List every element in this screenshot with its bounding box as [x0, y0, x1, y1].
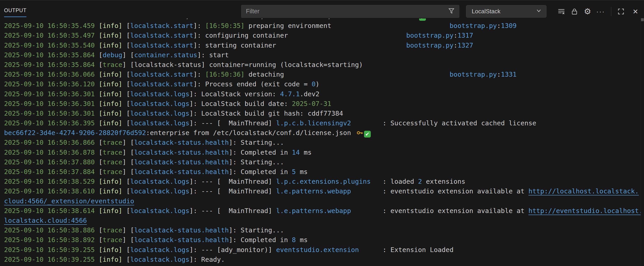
- log-text: ..... .. .. ........ ...: [4, 18, 99, 20]
- log-text: : eventstudio extension available at: [351, 207, 528, 215]
- log-text: trace: [103, 148, 122, 156]
- scrollbar-track-border: [640, 18, 641, 266]
- log-text: 2: [418, 178, 422, 185]
- log-text: [info]: [99, 110, 122, 117]
- log-text: [95, 71, 99, 78]
- log-text: [95, 246, 99, 254]
- log-link[interactable]: localstack.cloud:4566: [4, 217, 87, 224]
- log-text: [95, 256, 99, 263]
- log-line: 2025-09-10 16:50:38.886 [trace] [localst…: [4, 225, 640, 235]
- log-text: [info]: [99, 100, 122, 108]
- log-text: 2025-09-10 16:50:35.540: [4, 41, 95, 49]
- log-text: [95, 110, 99, 117]
- log-text: 5: [292, 168, 296, 176]
- log-text: [95, 22, 99, 29]
- log-text: [: [122, 178, 130, 185]
- log-text: 1327: [458, 41, 473, 49]
- log-line: 2025-09-10 16:50:36.301 [info] [localsta…: [4, 99, 640, 109]
- log-text: [95, 119, 99, 127]
- log-text: :: [454, 41, 457, 49]
- log-text: ): [316, 80, 319, 88]
- log-text: bootstrap.py: [406, 31, 454, 39]
- filter-icon: [448, 7, 455, 15]
- log-text: [: [95, 236, 103, 244]
- log-text: 1331: [501, 71, 517, 78]
- log-text: localstack-status.health: [134, 236, 229, 244]
- log-text: [: [122, 256, 130, 263]
- log-text: ]: configuring container: [193, 31, 406, 39]
- log-line: 2025-09-10 16:50:36.878 [trace] [localst…: [4, 148, 640, 157]
- log-link[interactable]: cloud:4566/_extension/eventstudio: [4, 197, 134, 205]
- log-line: bec66f22-3d4e-4274-9206-28820f76d592:ent…: [4, 128, 640, 138]
- log-text: 2025-09-10 16:50:35.497: [4, 31, 95, 39]
- log-text: [95, 80, 99, 88]
- log-text: trace: [103, 168, 122, 176]
- log-text: 2025-09-10 16:50:36.866: [4, 139, 95, 146]
- check-emoji-icon: ✔: [419, 18, 426, 21]
- log-text: 2025-09-10 16:50:36.301: [4, 100, 95, 108]
- log-text: ] [: [122, 168, 134, 176]
- log-text: [info]: [99, 80, 122, 88]
- log-line: cloud:4566/_extension/eventstudio: [4, 196, 640, 206]
- log-text: 2025-09-10 16:50:37.880: [4, 158, 95, 166]
- log-text: bec66f22-3d4e-4274-9206-28820f76d592: [4, 129, 146, 136]
- log-text: [info]: [99, 256, 122, 263]
- log-text: 2025-09-10 16:50:38.892: [4, 236, 95, 244]
- scrollbar-thumb[interactable]: [641, 18, 644, 21]
- log-text: [info]: [99, 31, 122, 39]
- log-text: [: [122, 31, 130, 39]
- filter-input[interactable]: [242, 8, 448, 15]
- log-text: 2025-09-10 16:50:39.255: [4, 246, 95, 254]
- log-text: localstack.logs: [130, 110, 190, 117]
- log-line: 2025-09-10 16:50:36.301 [info] [localsta…: [4, 109, 640, 118]
- log-line: 2025-09-10 16:50:38.610 [info] [localsta…: [4, 186, 640, 196]
- log-text: 2025-09-10 16:50:35.459: [4, 22, 95, 29]
- log-text: [95, 100, 99, 108]
- log-link[interactable]: http://eventstudio.localhost.: [528, 207, 640, 215]
- log-text: : loaded: [371, 178, 418, 185]
- log-line: 2025-09-10 16:50:36.301 [info] [localsta…: [4, 89, 640, 99]
- panel-top-border: [0, 0, 644, 1]
- log-text: [: [122, 100, 130, 108]
- log-text: ] [: [122, 51, 134, 59]
- clear-output-icon[interactable]: [556, 6, 567, 17]
- log-text: debug: [103, 51, 122, 59]
- log-text: [info]: [99, 207, 122, 215]
- log-line: 2025-09-10 16:50:37.884 [trace] [localst…: [4, 167, 640, 177]
- log-text: .dev2: [300, 90, 320, 98]
- channel-dropdown[interactable]: LocalStack: [466, 5, 546, 17]
- maximize-panel-icon[interactable]: [616, 6, 626, 17]
- log-text: [info]: [99, 178, 122, 185]
- log-text: ]:: [193, 22, 205, 29]
- log-text: ] [: [122, 226, 134, 234]
- log-text: [95, 90, 99, 98]
- channel-dropdown-value: LocalStack: [466, 8, 536, 15]
- log-line: 2025-09-10 16:50:35.459 [info] [localsta…: [4, 21, 640, 31]
- log-line: 2025-09-10 16:50:36.120 [info] [localsta…: [4, 79, 640, 89]
- log-text: ]: starting container: [193, 41, 406, 49]
- log-text: [: [95, 158, 103, 166]
- log-text: [info]: [99, 90, 122, 98]
- log-text: [16:50:36]: [205, 71, 244, 78]
- log-text: ]: Completed in: [229, 236, 292, 244]
- log-text: [: [122, 207, 130, 215]
- gear-icon[interactable]: ⚙: [582, 6, 593, 17]
- close-panel-icon[interactable]: ✕: [630, 6, 641, 17]
- log-line: 2025-09-10 16:50:36.866 [trace] [localst…: [4, 138, 640, 147]
- tab-output[interactable]: OUTPUT: [4, 7, 26, 17]
- log-text: [info]: [99, 41, 122, 49]
- lock-scroll-icon[interactable]: [569, 6, 580, 17]
- log-link[interactable]: http://localhost.localstack.: [528, 187, 639, 195]
- log-text: localstack.start: [130, 31, 193, 39]
- log-output[interactable]: ..... .. .. ........ ... ..... .........…: [4, 18, 640, 266]
- log-text: ]: LocalStack build date:: [190, 100, 292, 108]
- log-text: bootstrap.py: [450, 71, 497, 78]
- log-text: 2025-09-10 16:50:36.301: [4, 90, 95, 98]
- log-text: [info]: [99, 187, 122, 195]
- log-line: 2025-09-10 16:50:38.892 [trace] [localst…: [4, 235, 640, 245]
- log-text: :: [454, 31, 457, 39]
- log-text: trace: [103, 226, 122, 234]
- more-actions-icon[interactable]: ···: [595, 6, 606, 17]
- log-text: 0: [312, 80, 316, 88]
- log-line: 2025-09-10 16:50:37.880 [trace] [localst…: [4, 157, 640, 167]
